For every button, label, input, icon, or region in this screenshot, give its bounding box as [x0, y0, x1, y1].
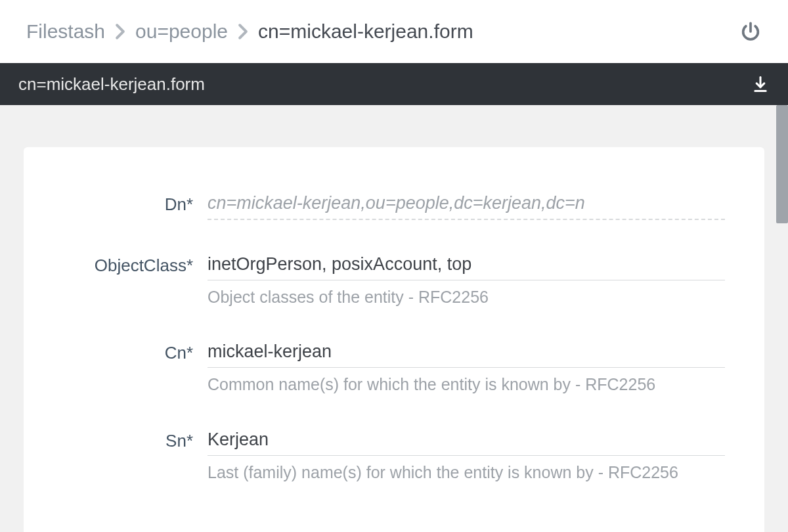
file-title: cn=mickael-kerjean.form: [18, 74, 205, 95]
form-row-dn: Dn* cn=mickael-kerjean,ou=people,dc=kerj…: [63, 193, 725, 220]
breadcrumb-item-parent[interactable]: ou=people: [135, 20, 228, 43]
form-row-cn: Cn* mickael-kerjean Common name(s) for w…: [63, 342, 725, 395]
top-bar: Filestash ou=people cn=mickael-kerjean.f…: [0, 0, 788, 63]
form-row-sn: Sn* Kerjean Last (family) name(s) for wh…: [63, 430, 725, 483]
field-help: Last (family) name(s) for which the enti…: [208, 462, 725, 483]
objectclass-field[interactable]: inetOrgPerson, posixAccount, top: [208, 254, 725, 280]
content-area: Dn* cn=mickael-kerjean,ou=people,dc=kerj…: [0, 105, 788, 532]
form-row-objectclass: ObjectClass* inetOrgPerson, posixAccount…: [63, 254, 725, 307]
chevron-right-icon: [114, 23, 126, 40]
breadcrumb-current: cn=mickael-kerjean.form: [258, 20, 473, 43]
cn-field[interactable]: mickael-kerjean: [208, 342, 725, 368]
field-help: Object classes of the entity - RFC2256: [208, 287, 725, 307]
breadcrumb-item-root[interactable]: Filestash: [26, 20, 105, 43]
power-icon[interactable]: [739, 20, 762, 43]
field-container: cn=mickael-kerjean,ou=people,dc=kerjean,…: [208, 193, 725, 220]
sn-field[interactable]: Kerjean: [208, 430, 725, 456]
file-title-bar: cn=mickael-kerjean.form: [0, 63, 788, 105]
scrollbar-thumb[interactable]: [776, 105, 788, 223]
chevron-right-icon: [237, 23, 249, 40]
field-label: Sn*: [63, 430, 208, 451]
field-container: inetOrgPerson, posixAccount, top Object …: [208, 254, 725, 307]
field-container: mickael-kerjean Common name(s) for which…: [208, 342, 725, 395]
download-icon[interactable]: [751, 75, 770, 93]
field-label: Dn*: [63, 193, 208, 215]
breadcrumb: Filestash ou=people cn=mickael-kerjean.f…: [26, 20, 473, 43]
field-container: Kerjean Last (family) name(s) for which …: [208, 430, 725, 483]
dn-field: cn=mickael-kerjean,ou=people,dc=kerjean,…: [208, 193, 725, 220]
form-card: Dn* cn=mickael-kerjean,ou=people,dc=kerj…: [24, 147, 764, 532]
field-label: ObjectClass*: [63, 254, 208, 276]
field-label: Cn*: [63, 342, 208, 363]
field-help: Common name(s) for which the entity is k…: [208, 374, 725, 395]
